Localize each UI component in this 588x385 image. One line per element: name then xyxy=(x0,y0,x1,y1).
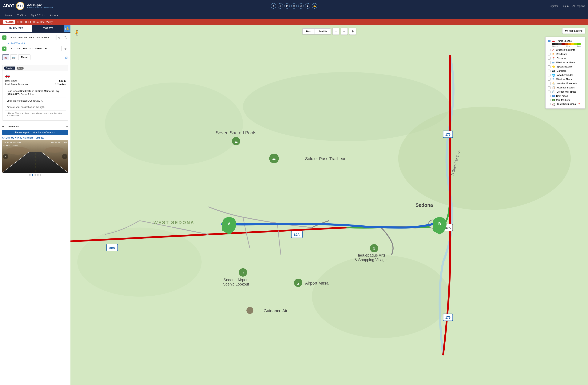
legend-truck-restrictions-label: Truck Restrictions xyxy=(557,103,576,105)
special-events-checkbox[interactable] xyxy=(548,65,550,68)
point-b-locate-btn[interactable]: ⊕ xyxy=(63,46,68,51)
tab-my-routes[interactable]: MY ROUTES xyxy=(0,25,32,32)
linkedin-icon[interactable]: in xyxy=(284,3,290,9)
route-card: Route 1 6 min 🚗 Total Time: 6 min Total … xyxy=(2,65,68,121)
point-b-row: B ⊕ xyxy=(2,46,68,51)
legend-cameras-label: Cameras xyxy=(557,69,567,72)
weather-radar-checkbox[interactable] xyxy=(548,74,550,76)
total-time-row: Total Time: 6 min xyxy=(5,79,66,82)
camera-next-btn[interactable]: › xyxy=(62,154,67,159)
pegman-btn[interactable]: 🧍 xyxy=(73,28,80,37)
zoom-in-btn[interactable]: + xyxy=(333,28,339,35)
roadwork-checkbox[interactable] xyxy=(548,53,550,55)
nav-traffic[interactable]: Traffic ▾ xyxy=(15,13,28,18)
truck-restrictions-help-icon[interactable]: ❓ xyxy=(578,103,581,105)
point-a-locate-btn[interactable]: ⊕ xyxy=(57,35,62,40)
minimize-cameras-btn[interactable]: − xyxy=(66,124,68,129)
cameras-header: MY CAMERAS − xyxy=(2,124,68,129)
route-controls: 🚗 🚌 Reset 🖨 xyxy=(2,53,68,61)
legend-border-wait-label: Border Wait Times xyxy=(557,91,576,93)
legend-closures-label: Closures xyxy=(557,57,566,60)
cameras-checkbox[interactable] xyxy=(548,69,550,72)
svg-text:89A: 89A xyxy=(109,246,115,249)
legend-weather-alerts-label: Weather Alerts xyxy=(556,78,572,81)
svg-text:WEST SEDONA: WEST SEDONA xyxy=(153,220,194,225)
discord-icon[interactable]: ⬡ xyxy=(298,3,304,9)
locate-map-btn[interactable]: ⊕ xyxy=(349,28,356,35)
map-legend-toggle[interactable]: 🗺 Map Legend xyxy=(562,28,585,34)
point-b-badge: B xyxy=(2,46,6,51)
svg-text:B: B xyxy=(438,222,441,226)
camera-dot-5[interactable] xyxy=(40,174,41,176)
svg-point-10 xyxy=(398,107,571,210)
all-regions-link[interactable]: All Regions xyxy=(572,4,585,7)
cameras-section: MY CAMERAS − Please login to customize M… xyxy=(0,123,70,179)
print-btn[interactable]: 🖨 xyxy=(65,54,68,60)
login-link[interactable]: Log In xyxy=(562,4,568,7)
add-waypoint[interactable]: ⊕ Add Waypoint xyxy=(2,42,68,46)
weather-incidents-checkbox[interactable] xyxy=(548,61,550,64)
blog-icon[interactable]: ✍ xyxy=(312,3,317,9)
svg-text:Sedona: Sedona xyxy=(416,203,433,208)
route-card-body: 🚗 Total Time: 6 min Total Travel Distanc… xyxy=(2,71,68,120)
direction-note: *All travel times are based on estimates… xyxy=(5,111,66,118)
top-navigation: ADOT 511 AZ511.gov Arizona Traveler Info… xyxy=(0,0,588,12)
twitter-icon[interactable]: 𝕏 xyxy=(278,3,283,9)
nav-home[interactable]: Home xyxy=(3,13,14,18)
map-container[interactable]: 89A 89A 89A 179 179 Seven Sacred Pools ⛰… xyxy=(70,25,588,385)
mile-markers-checkbox[interactable] xyxy=(548,99,550,101)
map-btn[interactable]: Map xyxy=(303,28,315,34)
camera-prev-btn[interactable]: ‹ xyxy=(3,154,8,159)
traffic-speeds-checkbox[interactable]: ✓ xyxy=(548,40,550,42)
svg-text:Tlaquepaque Arts: Tlaquepaque Arts xyxy=(356,253,385,257)
car-mode-btn[interactable]: 🚗 xyxy=(2,54,9,60)
camera-link[interactable]: SR-264 WB 447.50 @Ganado - DMS433 xyxy=(2,136,68,139)
camera-dot-3[interactable] xyxy=(35,174,36,176)
weather-forecasts-icon: ⛅ xyxy=(552,82,555,85)
svg-text:Scenic Lookout: Scenic Lookout xyxy=(223,282,249,286)
weather-radar-icon: 🌐 xyxy=(552,74,555,77)
logo-area: ADOT 511 AZ511.gov Arizona Traveler Info… xyxy=(3,2,54,10)
camera-dot-4[interactable] xyxy=(37,174,39,176)
point-b-input[interactable] xyxy=(8,46,62,51)
facebook-icon[interactable]: f xyxy=(271,3,276,9)
instagram-icon[interactable]: ◉ xyxy=(291,3,297,9)
border-wait-checkbox[interactable] xyxy=(548,91,550,93)
youtube-icon[interactable]: ▶ xyxy=(305,3,310,9)
satellite-btn[interactable]: Satellite xyxy=(315,28,331,34)
legend-roadwork: ⚑ Roadwork xyxy=(548,52,583,56)
point-a-input[interactable] xyxy=(8,35,55,40)
tab-tweets[interactable]: TWEETS xyxy=(32,25,64,32)
bus-mode-btn[interactable]: 🚌 xyxy=(10,54,17,60)
zoom-out-btn[interactable]: − xyxy=(341,28,348,35)
swap-btn[interactable]: ⇅ xyxy=(63,35,68,40)
direction-step-1: Head toward Shelby Dr on Si Birch Memori… xyxy=(5,88,66,98)
nav-myaz511[interactable]: My AZ 511 ▾ xyxy=(29,13,47,18)
rest-areas-checkbox[interactable] xyxy=(548,95,550,97)
svg-point-8 xyxy=(105,83,243,165)
login-banner: Please login to customize My Cameras. xyxy=(2,130,68,135)
svg-text:Sedona Airport: Sedona Airport xyxy=(224,278,249,282)
message-boards-checkbox[interactable] xyxy=(548,86,550,89)
crashes-checkbox[interactable]: ✓ xyxy=(548,49,550,51)
crash-icon: ⚠ xyxy=(552,48,554,51)
legend-crashes: ✓ ⚠ Crashes/Incidents xyxy=(548,48,583,52)
mile-markers-icon: M xyxy=(552,99,555,101)
reset-btn[interactable]: Reset xyxy=(18,54,30,60)
nav-about[interactable]: About ▾ xyxy=(48,13,60,18)
map-svg: 89A 89A 89A 179 179 Seven Sacred Pools ⛰… xyxy=(70,25,588,385)
camera-dot-1[interactable] xyxy=(29,174,31,176)
truck-restrictions-checkbox[interactable] xyxy=(548,103,550,105)
closures-checkbox[interactable]: ✓ xyxy=(548,57,550,60)
camera-placeholder: SR-264 WB @ Ganado MP445.5 - DMS432 04/1… xyxy=(2,140,68,173)
svg-text:179: 179 xyxy=(445,133,451,136)
point-a-row: A ⊕ ⇅ xyxy=(2,35,68,40)
closure-icon: 📍 xyxy=(552,57,555,60)
weather-forecasts-checkbox[interactable] xyxy=(548,82,550,85)
weather-alerts-checkbox[interactable] xyxy=(548,78,550,81)
tab-arrow[interactable]: ‹ ⛹ xyxy=(64,25,70,32)
register-link[interactable]: Register xyxy=(549,4,558,7)
car-icon: 🚗 xyxy=(5,73,66,78)
camera-dot-2[interactable] xyxy=(32,174,33,176)
route-card-header: Route 1 6 min xyxy=(2,65,68,71)
